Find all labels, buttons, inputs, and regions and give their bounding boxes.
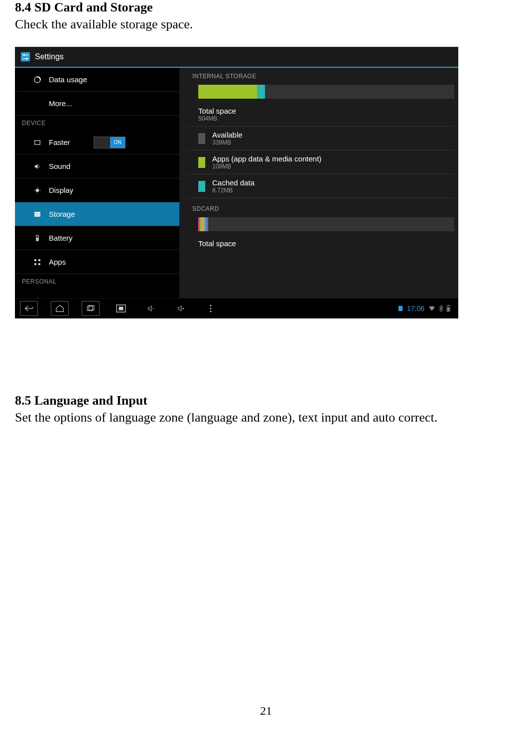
section-text-85: Set the options of language zone (langua… — [15, 410, 517, 425]
svg-point-4 — [26, 58, 28, 60]
sidebar-item-label: Data usage — [49, 75, 87, 84]
data-usage-icon — [33, 75, 42, 84]
internal-storage-bar — [198, 85, 454, 99]
svg-point-36 — [210, 308, 212, 309]
android-screenshot: Settings Data usage More... DEVICE — [15, 47, 458, 318]
titlebar-title: Settings — [35, 52, 64, 61]
sidebar-item-sound[interactable]: Sound — [15, 154, 179, 178]
settings-sliders-icon — [20, 51, 31, 62]
svg-rect-41 — [447, 307, 450, 311]
storage-row-apps[interactable]: Apps (app data & media content) 108MB — [187, 151, 454, 174]
sound-icon — [33, 162, 42, 171]
swatch-apps — [198, 157, 205, 168]
internal-storage-header: INTERNAL STORAGE — [187, 71, 454, 83]
svg-point-35 — [210, 305, 212, 306]
blank-icon — [33, 99, 42, 108]
svg-rect-13 — [34, 213, 40, 215]
section-heading-84: 8.4 SD Card and Storage — [15, 0, 517, 15]
sidebar-item-label: Battery — [49, 234, 73, 242]
sidebar-item-data-usage[interactable]: Data usage — [15, 68, 179, 92]
storage-row-label: Apps (app data & media content) — [212, 154, 321, 163]
sidebar-item-battery[interactable]: Battery — [15, 226, 179, 250]
swatch-cached — [198, 181, 205, 192]
sidebar-item-label: Sound — [49, 162, 70, 170]
svg-rect-12 — [34, 212, 40, 213]
sidebar-item-storage[interactable]: Storage — [15, 202, 179, 226]
svg-rect-16 — [37, 235, 38, 235]
sidebar-item-faster[interactable]: Faster ON — [15, 131, 179, 154]
wifi-icon — [428, 305, 435, 311]
swatch-available — [198, 133, 205, 144]
home-button[interactable] — [51, 301, 69, 316]
system-bar: 17:06 — [15, 298, 458, 318]
storage-row-label: Available — [212, 131, 243, 139]
svg-rect-6 — [35, 141, 40, 145]
storage-row-cached[interactable]: Cached data 8.72MB — [187, 174, 454, 198]
svg-rect-14 — [34, 215, 40, 217]
back-button[interactable] — [20, 301, 38, 316]
storage-row-label: Total space — [198, 107, 236, 115]
settings-sidebar: Data usage More... DEVICE Faster ON — [15, 68, 179, 300]
sidebar-header-device: DEVICE — [15, 116, 179, 131]
storage-icon — [33, 210, 42, 219]
storage-row-value: 8.72MB — [212, 187, 255, 194]
svg-point-7 — [36, 188, 39, 192]
sidebar-item-label: Storage — [49, 210, 75, 218]
sidebar-item-label: More... — [49, 99, 72, 108]
volume-down-button[interactable] — [142, 302, 159, 315]
screenshot-button[interactable] — [113, 302, 130, 315]
page-number: 21 — [15, 704, 517, 728]
titlebar: Settings — [15, 47, 458, 68]
storage-row-value: 504MB — [198, 115, 236, 122]
volume-up-button[interactable] — [172, 302, 189, 315]
system-clock[interactable]: 17:06 — [407, 304, 424, 312]
apps-icon — [33, 258, 42, 267]
storage-row-label: Cached data — [212, 178, 255, 187]
sidebar-item-label: Display — [49, 186, 73, 194]
svg-rect-31 — [119, 306, 124, 310]
svg-rect-40 — [447, 305, 449, 306]
svg-rect-19 — [38, 259, 40, 261]
sdcard-header: SDCARD — [187, 203, 454, 215]
overflow-menu-button[interactable] — [202, 302, 219, 315]
storage-row-sd-total[interactable]: Total space — [187, 235, 454, 248]
section-heading-85: 8.5 Language and Input — [15, 393, 517, 408]
svg-point-2 — [23, 54, 25, 56]
svg-point-37 — [210, 311, 212, 312]
battery-icon — [33, 234, 42, 243]
storage-row-label: Total space — [198, 239, 236, 248]
svg-rect-0 — [21, 52, 30, 61]
sidebar-item-label: Faster — [49, 138, 70, 147]
sidebar-item-apps[interactable]: Apps — [15, 250, 179, 274]
sidebar-item-label: Apps — [49, 258, 66, 266]
storage-detail: INTERNAL STORAGE Total space 504MB Avail… — [179, 68, 458, 300]
sidebar-item-display[interactable]: Display — [15, 178, 179, 202]
sidebar-header-personal: PERSONAL — [15, 274, 179, 289]
sidebar-item-more[interactable]: More... — [15, 92, 179, 116]
battery-status-icon — [446, 305, 450, 312]
display-icon — [33, 186, 42, 195]
sdcard-bar — [198, 217, 454, 231]
recent-apps-button[interactable] — [82, 301, 100, 316]
svg-rect-38 — [399, 306, 402, 311]
svg-rect-18 — [34, 259, 36, 261]
svg-rect-17 — [36, 237, 38, 240]
storage-row-value: 108MB — [212, 163, 321, 170]
storage-row-value: 339MB — [212, 139, 243, 146]
faster-toggle[interactable]: ON — [94, 137, 126, 149]
section-text-84: Check the available storage space. — [15, 17, 517, 32]
bluetooth-icon — [438, 305, 443, 312]
storage-row-total[interactable]: Total space 504MB — [187, 103, 454, 127]
storage-row-available[interactable]: Available 339MB — [187, 127, 454, 151]
sdcard-status-icon — [397, 305, 404, 312]
faster-icon — [33, 138, 42, 147]
toggle-on-label: ON — [110, 137, 125, 148]
svg-rect-20 — [34, 263, 36, 265]
svg-rect-21 — [38, 263, 40, 265]
